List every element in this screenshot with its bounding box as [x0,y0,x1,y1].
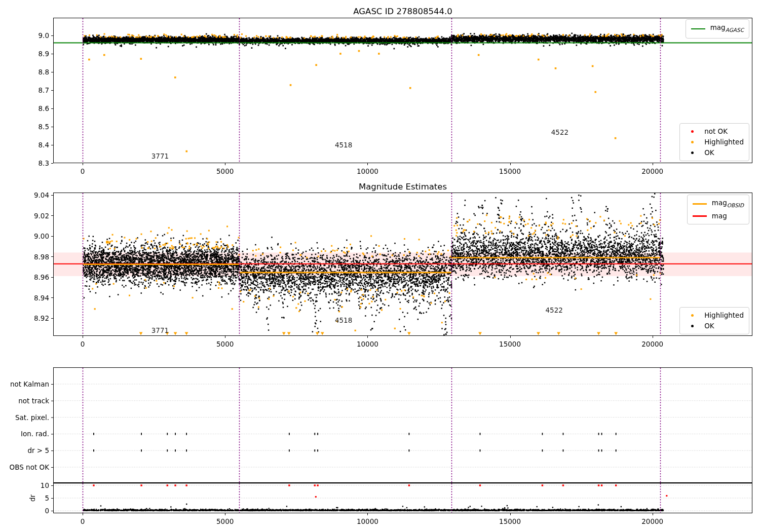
x-tick-label: 10000 [357,517,378,525]
y-tick-label: 9.0 [39,31,49,40]
legend-row: OK [685,147,744,158]
legend-mag-lines: magOBSIDmag [687,195,749,224]
flag-row-label: OBS not OK [10,463,49,471]
y-tick-label: 8.9 [39,50,49,58]
flag-row-label: Ion. rad. [21,430,49,438]
x-tick-label: 0 [81,517,85,525]
legend-row: OK [685,321,744,331]
legend-label: Highlighted [704,311,744,320]
y-tick-label: 8.96 [34,273,49,281]
y-tick-label: 8.8 [39,68,49,76]
legend-label: magAGASC [710,23,744,34]
legend-row: mag [693,211,744,221]
plot1-title: AGASC ID 278808544.0 [353,7,452,16]
legend-line-swatch [693,203,707,205]
x-tick-label: 5000 [216,167,234,175]
legend-label: OK [704,322,714,330]
x-tick-label: 10000 [357,167,378,175]
obsid-annotation: 4522 [551,128,568,136]
legend-status-top: not OKHighlightedOK [679,123,749,161]
x-tick-label: 20000 [641,167,663,175]
legend-label: Highlighted [704,138,744,146]
y-tick-label: 8.92 [34,314,49,322]
x-tick-label: 5000 [216,340,234,348]
flag-row-label: Sat. pixel. [15,413,49,422]
legend-row: not OK [685,126,744,137]
legend-label: OK [704,148,714,157]
obsid-annotation: 4518 [335,141,352,149]
y-tick-label: 9.04 [34,191,49,199]
obsid-annotation: 3771 [151,326,169,334]
x-tick-label: 15000 [499,517,521,525]
obsid-annotation: 4518 [335,316,352,324]
dr-axis-label: dr [28,495,36,502]
x-tick-label: 20000 [641,340,663,348]
flag-row-label: not Kalman [10,380,49,388]
y-tick-label: 0 [45,507,49,515]
y-tick-label: 8.7 [39,86,49,94]
legend-status-mid: HighlightedOK [679,307,749,334]
plot2-title: Magnitude Estimates [359,182,447,192]
legend-dot-swatch [685,325,699,327]
x-tick-label: 0 [81,167,85,175]
legend-label: not OK [704,127,728,136]
y-tick-label: 8.98 [34,253,49,261]
y-tick-label: 8.5 [39,123,49,131]
legend-dot-swatch [685,141,699,143]
legend-row: Highlighted [685,137,744,147]
y-tick-label: 5 [45,494,49,502]
x-tick-label: 15000 [499,167,521,175]
y-tick-label: 8.6 [39,104,49,112]
legend-dot-swatch [685,314,699,317]
x-tick-label: 20000 [641,517,663,525]
plot-canvas [0,0,760,532]
legend-dot-swatch [685,130,699,133]
legend-label: magOBSID [712,199,744,210]
y-tick-label: 9.00 [34,232,49,240]
x-tick-label: 0 [81,340,85,348]
legend-row: magOBSID [693,198,744,211]
obsid-annotation: 4522 [546,306,563,314]
legend-label: mag [712,212,727,220]
x-tick-label: 10000 [357,340,378,348]
legend-mag-agasc: magAGASC [686,19,749,39]
legend-row: magAGASC [691,22,744,35]
y-tick-label: 10 [41,481,49,489]
x-tick-label: 15000 [499,340,521,348]
obsid-annotation: 3771 [151,152,169,160]
y-tick-label: 8.4 [39,141,49,149]
x-tick-label: 5000 [216,517,234,525]
legend-line-swatch [691,28,705,29]
legend-row: Highlighted [685,310,744,321]
legend-line-swatch [693,215,707,217]
legend-dot-swatch [685,151,699,154]
figure: AGASC ID 278808544.0 Magnitude Estimates… [0,0,760,532]
flag-row-label: not track [18,397,49,405]
y-tick-label: 8.3 [39,159,49,167]
y-tick-label: 9.02 [34,212,49,220]
flag-row-label: dr > 5 [27,446,49,454]
y-tick-label: 8.94 [34,294,49,302]
